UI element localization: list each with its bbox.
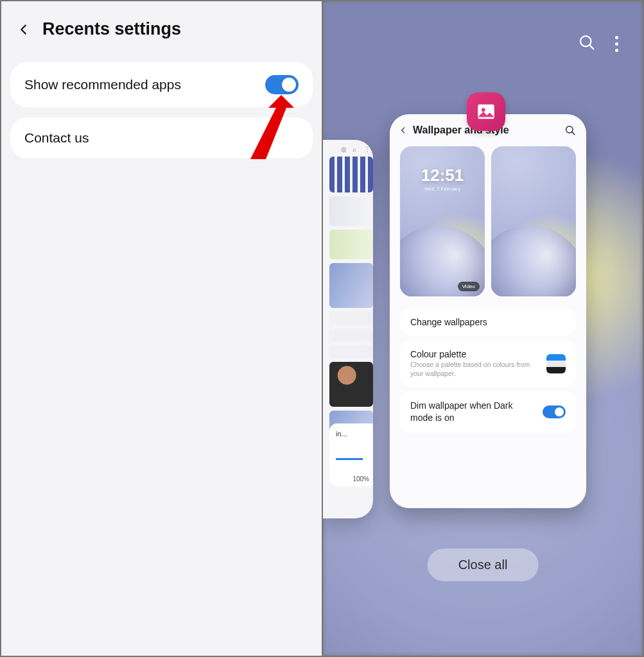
recents-top-actions — [578, 33, 618, 54]
recents-app-icon-gallery[interactable] — [467, 92, 505, 131]
wallpaper-previews: 12:51 Wed, 7 February Video — [390, 141, 586, 304]
date-text: Wed, 7 February — [424, 187, 461, 191]
option-title: Change wallpapers — [410, 317, 566, 327]
svg-line-2 — [589, 45, 593, 49]
recents-card-wallpaper-style[interactable]: Wallpaper and style 12:51 Wed, 7 Februar… — [390, 114, 586, 508]
video-badge: Video — [458, 282, 480, 291]
colour-palette-row[interactable]: Colour palette Choose a palette based on… — [400, 340, 576, 387]
toggle-knob — [282, 78, 296, 92]
option-title: Colour palette — [410, 349, 540, 359]
toggle-knob — [555, 407, 564, 416]
recents-screen: ◎ ⌕ ⋮ in... 100% Wallpaper and style — [323, 1, 643, 656]
setting-label: Show recommended apps — [24, 77, 181, 92]
close-all-label: Close all — [458, 558, 508, 572]
show-recommended-apps-row[interactable]: Show recommended apps — [10, 62, 313, 107]
progress-percent: 100% — [352, 475, 369, 482]
thumbnail-stub — [329, 196, 373, 226]
download-label: in... — [336, 430, 369, 438]
svg-line-6 — [572, 132, 575, 135]
thumbnail-stub — [329, 312, 373, 325]
clock-text: 12:51 — [421, 166, 464, 185]
thumbnail-stub — [329, 328, 373, 341]
search-icon[interactable] — [564, 124, 576, 136]
dim-wallpaper-row[interactable]: Dim wallpaper when Dark mode is on — [400, 391, 576, 433]
progress-bar — [336, 458, 363, 460]
homescreen-wallpaper-preview[interactable] — [491, 146, 576, 296]
show-recommended-apps-toggle[interactable] — [265, 75, 299, 94]
setting-label: Contact us — [24, 130, 89, 146]
dim-wallpaper-toggle[interactable] — [543, 405, 566, 418]
change-wallpapers-row[interactable]: Change wallpapers — [400, 308, 576, 336]
back-icon[interactable] — [17, 22, 31, 37]
page-title: Recents settings — [42, 19, 181, 39]
thumbnail-stub — [329, 263, 373, 308]
recents-card-previous[interactable]: ◎ ⌕ ⋮ in... 100% — [323, 140, 373, 518]
palette-swatch-icon — [546, 354, 566, 373]
svg-point-4 — [482, 108, 485, 112]
close-all-button[interactable]: Close all — [428, 549, 539, 581]
more-icon: ⋮ — [364, 146, 370, 153]
gallery-icon — [475, 101, 497, 123]
option-title: Dim wallpaper when Dark mode is on — [410, 400, 536, 424]
thumbnail-stub — [329, 230, 373, 259]
download-progress-card: in... 100% — [329, 423, 373, 486]
back-icon[interactable] — [399, 126, 408, 135]
option-subtitle: Choose a palette based on colours from y… — [410, 361, 540, 378]
search-icon: ⌕ — [352, 146, 359, 153]
more-options-icon[interactable] — [615, 36, 618, 52]
thumbnail-stub — [329, 157, 373, 192]
thumbnail-stub — [329, 362, 373, 407]
lens-icon: ◎ — [341, 146, 347, 153]
recents-settings-screen: Recents settings Show recommended apps C… — [1, 1, 322, 656]
recents-settings-header: Recents settings — [1, 1, 322, 62]
contact-us-row[interactable]: Contact us — [10, 117, 313, 158]
lockscreen-wallpaper-preview[interactable]: 12:51 Wed, 7 February Video — [400, 146, 485, 296]
search-icon[interactable] — [578, 33, 596, 54]
thumbnail-stub — [329, 345, 373, 358]
